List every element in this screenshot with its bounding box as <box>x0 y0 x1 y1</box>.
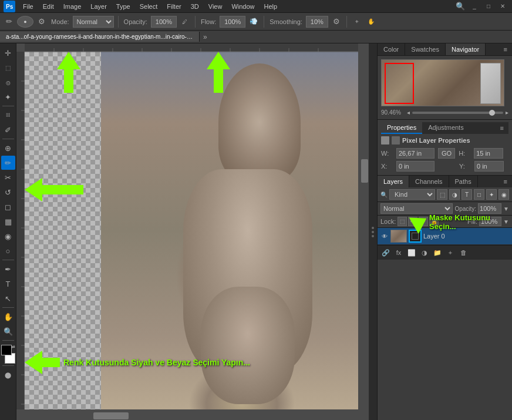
scrollbar-vertical[interactable] <box>361 52 369 409</box>
add-mask-icon[interactable]: ⬜ <box>406 247 417 258</box>
angle-icon[interactable]: ⌖ <box>351 16 363 28</box>
x-input[interactable] <box>396 161 434 172</box>
properties-menu-icon[interactable]: ≡ <box>496 122 508 134</box>
menu-help[interactable]: Help <box>260 2 282 11</box>
brush-tool-icon[interactable]: ✏ <box>3 16 15 28</box>
lasso-tool[interactable]: ⌾ <box>1 75 15 89</box>
fg-bg-color-picker[interactable]: ⇄ <box>0 345 16 364</box>
tab-swatches[interactable]: Swatches <box>405 43 446 55</box>
wand-tool[interactable]: ✦ <box>1 90 15 104</box>
add-fx-icon[interactable]: fx <box>393 247 404 258</box>
filter-toggle-icon[interactable]: ◉ <box>498 189 509 200</box>
go-button[interactable]: GO <box>438 148 455 159</box>
lock-artboard-icon[interactable]: ✛ <box>419 217 428 226</box>
swap-colors-icon[interactable]: ⇄ <box>11 344 15 350</box>
type-tool[interactable]: T <box>1 277 15 291</box>
opacity-input[interactable] <box>151 16 177 28</box>
new-adjustment-icon[interactable]: ◑ <box>419 247 430 258</box>
tab-adjustments[interactable]: Adjustments <box>422 122 470 134</box>
filter-shape-icon[interactable]: □ <box>474 189 484 200</box>
pressure-icon[interactable]: ✋ <box>365 16 377 28</box>
layer-mask-thumbnail[interactable] <box>409 230 422 243</box>
minimize-icon[interactable]: _ <box>469 1 480 12</box>
lock-transparent-icon[interactable]: ⬚ <box>398 217 407 226</box>
height-input[interactable] <box>474 148 503 159</box>
tab-color[interactable]: Color <box>378 43 405 55</box>
mode-select[interactable]: Normal <box>73 16 114 28</box>
brush-tool[interactable]: ✏ <box>1 156 15 170</box>
clone-tool[interactable]: ✂ <box>1 170 15 184</box>
smoothing-input[interactable] <box>306 16 328 28</box>
smoothing-settings-icon[interactable]: ⚙ <box>331 16 342 28</box>
layers-filter-kind[interactable]: Kind <box>389 189 435 200</box>
tab-layers[interactable]: Layers <box>378 176 409 187</box>
eraser-tool[interactable]: ◻ <box>1 200 15 214</box>
zoom-in-icon[interactable]: ▸ <box>506 109 508 116</box>
zoom-out-icon[interactable]: ◂ <box>407 109 410 116</box>
lock-all-icon[interactable]: 🔒 <box>429 217 439 226</box>
tab-properties[interactable]: Properties <box>381 122 422 134</box>
new-group-icon[interactable]: 📁 <box>432 247 443 258</box>
dodge-tool[interactable]: ○ <box>1 244 15 258</box>
crop-tool[interactable]: ⌗ <box>1 108 15 122</box>
path-select-tool[interactable]: ↖ <box>1 291 15 305</box>
tab-channels[interactable]: Channels <box>409 176 449 187</box>
flow-input[interactable] <box>220 16 245 28</box>
opacity-dropdown-icon[interactable]: ▼ <box>503 206 509 212</box>
menu-window[interactable]: Window <box>227 2 258 11</box>
navigator-thumbnail[interactable] <box>381 59 504 106</box>
panel-menu-icon[interactable]: ≡ <box>499 43 512 55</box>
menu-view[interactable]: View <box>204 2 227 11</box>
filter-type-icon[interactable]: T <box>462 189 472 200</box>
zoom-tool[interactable]: 🔍 <box>1 324 15 338</box>
scroll-thumb-vertical[interactable] <box>361 159 368 183</box>
history-tool[interactable]: ↺ <box>1 185 15 199</box>
delete-layer-icon[interactable]: 🗑 <box>458 247 469 258</box>
marquee-tool[interactable]: ⬚ <box>1 61 15 75</box>
layer-row-0[interactable]: 👁 Layer 0 <box>378 228 512 245</box>
tab-overflow-arrow[interactable]: » <box>200 33 211 41</box>
add-link-icon[interactable]: 🔗 <box>380 247 391 258</box>
close-icon[interactable]: ✕ <box>497 1 508 12</box>
width-input[interactable] <box>396 148 434 159</box>
brush-preset-icon[interactable]: ● <box>17 16 33 28</box>
scrollbar-horizontal[interactable] <box>25 412 369 420</box>
layer-visibility-icon[interactable]: 👁 <box>380 232 389 240</box>
menu-file[interactable]: File <box>19 2 38 11</box>
menu-select[interactable]: Select <box>136 2 162 11</box>
search-icon[interactable]: 🔍 <box>454 1 466 12</box>
foreground-color[interactable] <box>1 345 12 355</box>
menu-filter[interactable]: Filter <box>163 2 185 11</box>
hand-tool[interactable]: ✋ <box>1 310 15 324</box>
blur-tool[interactable]: ◉ <box>1 229 15 243</box>
menu-layer[interactable]: Layer <box>86 2 111 11</box>
menu-type[interactable]: Type <box>112 2 134 11</box>
lock-paint-icon[interactable]: ✏ <box>408 217 417 226</box>
canvas-container[interactable]: Renk Kutusunda Siyah ve Beyaz Seçimi Yap… <box>25 52 358 409</box>
heal-tool[interactable]: ⊕ <box>1 141 15 155</box>
menu-3d[interactable]: 3D <box>187 2 203 11</box>
gradient-tool[interactable]: ▦ <box>1 214 15 229</box>
panel-collapse-handle[interactable] <box>369 43 377 420</box>
menu-image[interactable]: Image <box>59 2 86 11</box>
y-input[interactable] <box>474 161 504 172</box>
menu-edit[interactable]: Edit <box>39 2 58 11</box>
eyedropper-tool[interactable]: ✐ <box>1 123 15 137</box>
tab-paths[interactable]: Paths <box>449 176 478 187</box>
layers-menu-icon[interactable]: ≡ <box>499 176 512 187</box>
move-tool[interactable]: ✛ <box>1 46 15 60</box>
scroll-thumb-horizontal[interactable] <box>93 412 129 419</box>
brush-settings-icon[interactable]: ⚙ <box>36 16 48 28</box>
tab-navigator[interactable]: Navigator <box>446 43 486 55</box>
pressure-opacity-icon[interactable]: 🖊 <box>179 16 191 28</box>
fill-dropdown-icon[interactable]: ▼ <box>503 219 509 225</box>
zoom-slider[interactable] <box>412 112 503 114</box>
active-tab[interactable]: a-sta...of-a-young-rameses-ii-and-hauron… <box>0 32 200 42</box>
new-layer-icon[interactable]: + <box>445 247 456 258</box>
pen-tool[interactable]: ✒ <box>1 262 15 276</box>
filter-pixel-icon[interactable]: ⬚ <box>437 189 447 200</box>
fill-input[interactable] <box>479 217 501 226</box>
filter-smart-icon[interactable]: ✦ <box>486 189 497 200</box>
airbrush-icon[interactable]: 💨 <box>248 16 260 28</box>
blend-mode-select[interactable]: Normal <box>380 203 453 214</box>
